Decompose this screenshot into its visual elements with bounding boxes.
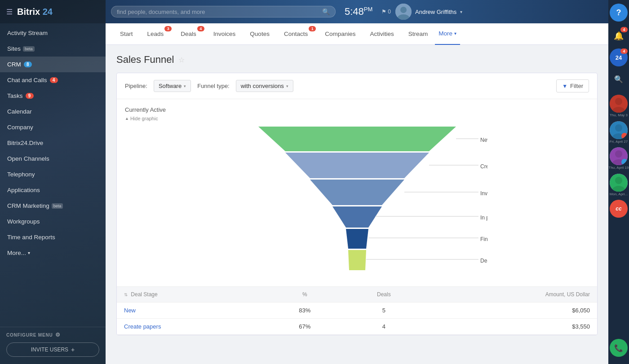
timeline-item-2[interactable]: Thu, April 19 xyxy=(609,147,629,170)
svg-marker-4 xyxy=(285,153,429,178)
tab-deals[interactable]: Deals 4 xyxy=(173,23,206,45)
tab-start[interactable]: Start xyxy=(113,23,140,45)
funnel-type-select[interactable]: with conversions ▾ xyxy=(236,80,293,92)
search-input[interactable] xyxy=(117,9,322,15)
pipeline-select[interactable]: Software ▾ xyxy=(154,80,191,92)
search-box[interactable]: 🔍 xyxy=(111,6,336,18)
funnel-type-value: with conversions xyxy=(241,83,284,89)
flag-count: ⚑ 0 xyxy=(381,9,391,15)
table-row: New 83% 5 $6,050 xyxy=(117,303,597,319)
svg-marker-5 xyxy=(310,180,404,205)
more-arrow-icon: ▾ xyxy=(28,250,30,255)
configure-menu-button[interactable]: CONFIGURE MENU ⚙ xyxy=(6,332,99,338)
timeline-item-4[interactable]: cc xyxy=(610,200,628,218)
chevron-down-icon: ▾ xyxy=(460,9,462,14)
tab-invoices[interactable]: Invoices xyxy=(206,23,243,45)
leads-badge: 3 xyxy=(164,26,172,31)
flag-icon: ⚑ xyxy=(381,9,386,15)
timeline-item-1[interactable]: Fri, April 27 xyxy=(610,121,628,144)
sidebar-item-company[interactable]: Company xyxy=(0,119,106,135)
notifications-badge: 4 xyxy=(620,27,628,32)
favorite-star-icon[interactable]: ☆ xyxy=(178,56,185,64)
stage-name[interactable]: New xyxy=(117,303,267,319)
svg-text:Final invoice (33%): Final invoice (33%) xyxy=(480,236,487,242)
phone-button[interactable]: 📞 xyxy=(610,339,628,357)
sidebar-item-chat-calls[interactable]: Chat and Calls 4 xyxy=(0,72,106,88)
tab-contacts[interactable]: Contacts 1 xyxy=(277,23,318,45)
col-deals: Deals xyxy=(343,287,425,303)
svg-text:Invoice (67%): Invoice (67%) xyxy=(480,190,487,197)
sidebar-item-sites[interactable]: Sites beta xyxy=(0,41,106,57)
hide-graphic-button[interactable]: Hide graphic xyxy=(125,116,589,121)
tab-activities[interactable]: Activities xyxy=(363,23,401,45)
timeline-item-0[interactable]: Thu, May 3 xyxy=(610,95,628,118)
stage-amount: $3,550 xyxy=(425,319,597,335)
stage-pct: 83% xyxy=(267,303,343,319)
sidebar-item-telephony[interactable]: Telephony xyxy=(0,167,106,182)
sidebar-item-more[interactable]: More... ▾ xyxy=(0,245,106,261)
avatar xyxy=(395,4,412,20)
help-button[interactable]: ? xyxy=(610,4,628,22)
col-amount: Amount, US Dollar xyxy=(425,287,597,303)
filter-button[interactable]: ▼ Filter xyxy=(556,79,589,92)
tab-stream[interactable]: Stream xyxy=(401,23,435,45)
search-button[interactable]: 🔍 xyxy=(610,70,628,88)
sidebar-item-workgroups[interactable]: Workgroups xyxy=(0,214,106,229)
invite-users-button[interactable]: INVITE USERS + xyxy=(6,342,99,357)
timeline-avatar-text-4: cc xyxy=(616,206,621,212)
b24-badge: 4 xyxy=(620,48,628,54)
svg-point-22 xyxy=(615,98,622,105)
sidebar-item-calendar[interactable]: Calendar xyxy=(0,104,106,119)
timeline-badge-2 xyxy=(621,159,628,165)
search-icon: 🔍 xyxy=(614,75,623,83)
pipeline-label: Pipeline: xyxy=(125,83,147,89)
timeline-date-1: Fri, April 27 xyxy=(610,140,628,144)
sidebar-item-open-channels[interactable]: Open Channels xyxy=(0,151,106,167)
sidebar-nav: Activity Stream Sites beta CRM 8 Chat an… xyxy=(0,23,106,327)
tasks-badge: 9 xyxy=(26,93,34,99)
sidebar-item-bitrix24-drive[interactable]: Bitrix24.Drive xyxy=(0,135,106,151)
timeline-date-0: Thu, May 3 xyxy=(610,113,628,118)
b24-button[interactable]: 24 4 xyxy=(610,48,628,66)
table-row: Create papers 67% 4 $3,550 xyxy=(117,319,597,335)
tab-quotes[interactable]: Quotes xyxy=(243,23,277,45)
sidebar-item-crm[interactable]: CRM 8 xyxy=(0,57,106,72)
table-header-row: ⇅ Deal Stage % Deals Amount, US Dollar xyxy=(117,287,597,303)
stage-pct: 67% xyxy=(267,319,343,335)
funnel-type-label: Funnel type: xyxy=(197,83,230,89)
svg-marker-8 xyxy=(348,250,366,270)
hamburger-icon[interactable]: ☰ xyxy=(6,8,13,16)
sidebar-header: ☰ Bitrix 24 xyxy=(0,0,106,23)
sidebar-item-tasks[interactable]: Tasks 9 xyxy=(0,88,106,104)
sidebar-item-crm-marketing[interactable]: CRM Marketing beta xyxy=(0,198,106,214)
sidebar-item-activity-stream[interactable]: Activity Stream xyxy=(0,25,106,41)
deals-badge: 4 xyxy=(197,26,204,31)
pipeline-value: Software xyxy=(159,83,182,89)
sidebar-item-time-reports[interactable]: Time and Reports xyxy=(0,229,106,245)
contacts-badge: 1 xyxy=(309,26,316,31)
filters-row: Pipeline: Software ▾ Funnel type: with c… xyxy=(117,73,597,99)
svg-text:New (83%): New (83%) xyxy=(480,137,487,143)
sort-icon[interactable]: ⇅ xyxy=(124,292,128,297)
svg-text:In progress (50%): In progress (50%) xyxy=(480,215,487,221)
user-name: Andrew Griffiths xyxy=(415,9,456,15)
stage-name[interactable]: Create papers xyxy=(117,319,267,335)
clock-display: 5:48PM xyxy=(345,6,372,18)
user-area[interactable]: Andrew Griffiths ▾ xyxy=(395,4,462,20)
tab-companies[interactable]: Companies xyxy=(318,23,363,45)
sidebar-item-applications[interactable]: Applications xyxy=(0,182,106,198)
plus-icon: + xyxy=(71,346,75,353)
topbar: 🔍 5:48PM ⚑ 0 Andrew Griffiths ▾ xyxy=(106,0,608,23)
notifications-button[interactable]: 🔔 4 xyxy=(610,27,628,45)
svg-point-31 xyxy=(615,177,622,184)
funnel-svg-area: New (83%) Create papers (67%) Invoice (6… xyxy=(125,127,589,279)
timeline-item-3[interactable]: Mon, Apri... xyxy=(610,174,628,197)
funnel-svg: New (83%) Create papers (67%) Invoice (6… xyxy=(227,127,487,279)
tab-more[interactable]: More ▾ xyxy=(435,23,460,45)
right-panel: ? 🔔 4 24 4 🔍 Thu, May 3 Fri, xyxy=(608,0,629,364)
stage-amount: $6,050 xyxy=(425,303,597,319)
main-area: 🔍 5:48PM ⚑ 0 Andrew Griffiths ▾ xyxy=(106,0,608,364)
tab-leads[interactable]: Leads 3 xyxy=(140,23,174,45)
stage-deals: 4 xyxy=(343,319,425,335)
stage-deals: 5 xyxy=(343,303,425,319)
